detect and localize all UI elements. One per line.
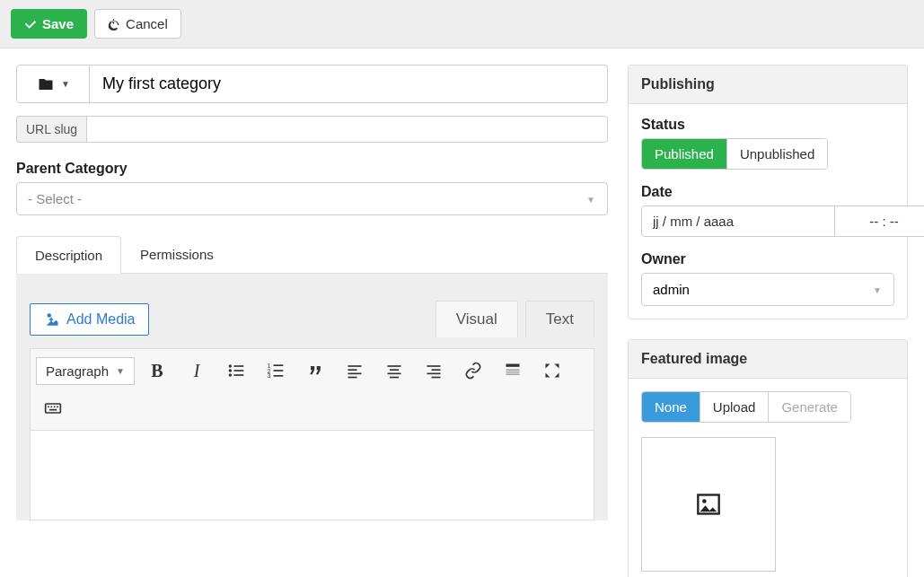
editor-tab-text[interactable]: Text <box>525 301 594 337</box>
folder-icon <box>36 76 56 92</box>
svg-rect-30 <box>51 407 53 408</box>
status-unpublished[interactable]: Unpublished <box>727 139 827 169</box>
editor-panel: Add Media Visual Text Paragraph ▼ B I <box>16 274 608 520</box>
editor-tab-visual[interactable]: Visual <box>436 301 518 337</box>
featured-image-panel: Featured image None Upload Generate <box>628 339 908 577</box>
svg-rect-28 <box>46 404 61 413</box>
svg-rect-14 <box>348 373 361 375</box>
align-center-button[interactable] <box>377 354 411 387</box>
caret-down-icon: ▼ <box>116 366 125 376</box>
keyboard-icon <box>44 399 62 417</box>
svg-rect-25 <box>506 369 519 371</box>
time-input[interactable] <box>835 205 924 237</box>
svg-rect-20 <box>427 365 440 367</box>
bulleted-list-button[interactable] <box>219 354 253 387</box>
tab-permissions[interactable]: Permissions <box>121 235 233 273</box>
svg-rect-31 <box>54 407 56 408</box>
svg-rect-13 <box>348 369 356 371</box>
svg-rect-18 <box>387 373 400 375</box>
bold-button[interactable]: B <box>140 354 174 387</box>
align-left-button[interactable] <box>338 354 372 387</box>
category-type-picker[interactable]: ▼ <box>16 65 90 103</box>
tab-description[interactable]: Description <box>16 236 121 274</box>
owner-label: Owner <box>641 251 894 267</box>
svg-rect-15 <box>348 377 356 379</box>
top-toolbar: Save Cancel <box>0 0 924 48</box>
save-label: Save <box>42 16 74 31</box>
svg-rect-1 <box>233 365 243 367</box>
featured-none[interactable]: None <box>642 392 700 422</box>
status-published[interactable]: Published <box>642 139 727 169</box>
svg-point-35 <box>702 499 707 503</box>
svg-rect-23 <box>431 377 440 379</box>
list-ol-icon: 123 <box>267 362 285 380</box>
status-toggle: Published Unpublished <box>641 138 828 170</box>
featured-upload[interactable]: Upload <box>700 392 770 422</box>
align-right-button[interactable] <box>417 354 451 387</box>
svg-text:3: 3 <box>268 372 271 379</box>
svg-point-0 <box>229 364 232 367</box>
cancel-button[interactable]: Cancel <box>94 9 181 39</box>
featured-generate[interactable]: Generate <box>769 392 850 422</box>
svg-rect-32 <box>57 407 58 408</box>
align-right-icon <box>425 362 443 380</box>
align-center-icon <box>385 362 403 380</box>
svg-rect-17 <box>390 369 399 371</box>
url-slug-input[interactable] <box>86 116 608 143</box>
featured-image-placeholder[interactable] <box>641 437 776 572</box>
svg-rect-22 <box>427 373 440 375</box>
parent-category-label: Parent Category <box>16 161 608 177</box>
format-select-label: Paragraph <box>46 363 109 379</box>
svg-rect-21 <box>431 369 440 371</box>
parent-category-select[interactable]: - Select - <box>16 182 608 215</box>
read-more-icon <box>504 362 522 380</box>
publishing-panel: Publishing Status Published Unpublished … <box>628 65 908 319</box>
cancel-label: Cancel <box>126 16 168 31</box>
expand-icon <box>543 362 561 380</box>
svg-rect-19 <box>390 377 399 379</box>
save-button[interactable]: Save <box>11 9 87 39</box>
add-media-button[interactable]: Add Media <box>30 303 149 336</box>
italic-button[interactable]: I <box>180 354 214 387</box>
category-title-input[interactable] <box>90 65 608 103</box>
image-icon <box>694 492 723 517</box>
svg-point-4 <box>229 373 232 376</box>
svg-rect-12 <box>348 365 361 367</box>
list-ul-icon <box>227 362 245 380</box>
owner-select[interactable]: admin <box>641 273 894 306</box>
svg-rect-5 <box>233 374 243 376</box>
check-icon <box>24 18 37 31</box>
featured-image-toggle: None Upload Generate <box>641 391 851 423</box>
publishing-title: Publishing <box>629 66 907 104</box>
quote-icon <box>306 362 324 380</box>
svg-rect-16 <box>387 365 400 367</box>
media-icon <box>43 311 59 328</box>
editor-content[interactable] <box>30 431 594 520</box>
add-media-label: Add Media <box>66 311 136 328</box>
svg-rect-33 <box>49 409 57 411</box>
toolbar-toggle-button[interactable] <box>36 392 70 424</box>
status-label: Status <box>641 117 894 133</box>
blockquote-button[interactable] <box>298 354 332 387</box>
svg-point-2 <box>229 369 232 372</box>
svg-rect-11 <box>273 375 283 377</box>
date-input[interactable] <box>641 205 835 237</box>
link-button[interactable] <box>456 354 490 387</box>
svg-rect-26 <box>506 372 519 373</box>
svg-rect-27 <box>506 373 519 375</box>
format-select[interactable]: Paragraph ▼ <box>36 357 135 385</box>
featured-image-title: Featured image <box>629 340 907 379</box>
svg-rect-7 <box>273 364 283 366</box>
url-slug-label: URL slug <box>16 116 86 143</box>
link-icon <box>464 362 482 380</box>
svg-rect-29 <box>48 407 49 408</box>
date-label: Date <box>641 184 894 200</box>
insert-more-button[interactable] <box>496 354 530 387</box>
editor-toolbar: Paragraph ▼ B I 123 <box>30 348 594 431</box>
numbered-list-button[interactable]: 123 <box>259 354 293 387</box>
svg-rect-24 <box>506 364 519 367</box>
undo-icon <box>108 18 120 31</box>
svg-rect-9 <box>273 370 283 372</box>
fullscreen-button[interactable] <box>535 354 569 387</box>
align-left-icon <box>346 362 364 380</box>
